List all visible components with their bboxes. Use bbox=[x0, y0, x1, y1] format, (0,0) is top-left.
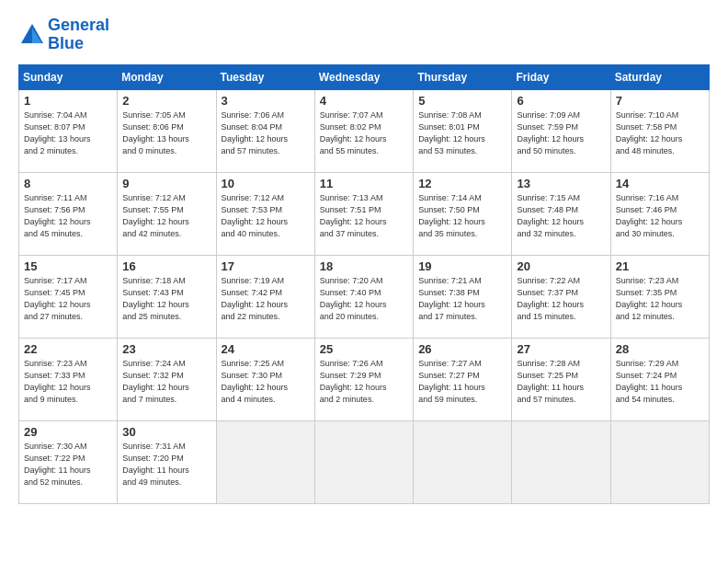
col-header-sunday: Sunday bbox=[19, 64, 118, 89]
day-number: 29 bbox=[24, 425, 113, 439]
calendar-cell: 22Sunrise: 7:23 AM Sunset: 7:33 PM Dayli… bbox=[19, 338, 118, 420]
calendar-cell: 4Sunrise: 7:07 AM Sunset: 8:02 PM Daylig… bbox=[314, 89, 413, 172]
day-info: Sunrise: 7:09 AM Sunset: 7:59 PM Dayligh… bbox=[517, 109, 606, 157]
day-info: Sunrise: 7:23 AM Sunset: 7:35 PM Dayligh… bbox=[616, 275, 705, 323]
calendar-cell: 16Sunrise: 7:18 AM Sunset: 7:43 PM Dayli… bbox=[118, 255, 216, 338]
day-number: 10 bbox=[222, 177, 311, 190]
calendar-cell: 15Sunrise: 7:17 AM Sunset: 7:45 PM Dayli… bbox=[19, 255, 118, 338]
day-info: Sunrise: 7:25 AM Sunset: 7:30 PM Dayligh… bbox=[222, 358, 311, 406]
col-header-thursday: Thursday bbox=[414, 64, 512, 89]
calendar-cell: 24Sunrise: 7:25 AM Sunset: 7:30 PM Dayli… bbox=[216, 338, 314, 420]
day-number: 13 bbox=[517, 177, 606, 190]
day-number: 8 bbox=[24, 177, 113, 190]
day-info: Sunrise: 7:10 AM Sunset: 7:58 PM Dayligh… bbox=[616, 109, 705, 157]
calendar-cell: 26Sunrise: 7:27 AM Sunset: 7:27 PM Dayli… bbox=[414, 338, 512, 420]
day-info: Sunrise: 7:30 AM Sunset: 7:22 PM Dayligh… bbox=[24, 441, 113, 488]
day-number: 18 bbox=[320, 259, 409, 273]
calendar-cell: 17Sunrise: 7:19 AM Sunset: 7:42 PM Dayli… bbox=[216, 255, 314, 338]
day-number: 25 bbox=[320, 342, 409, 356]
calendar-cell: 30Sunrise: 7:31 AM Sunset: 7:20 PM Dayli… bbox=[118, 420, 216, 503]
week-row-5: 29Sunrise: 7:30 AM Sunset: 7:22 PM Dayli… bbox=[19, 420, 710, 503]
day-info: Sunrise: 7:16 AM Sunset: 7:46 PM Dayligh… bbox=[616, 192, 705, 240]
day-number: 7 bbox=[616, 94, 705, 108]
day-info: Sunrise: 7:04 AM Sunset: 8:07 PM Dayligh… bbox=[24, 109, 113, 157]
day-number: 24 bbox=[222, 342, 311, 356]
week-row-3: 15Sunrise: 7:17 AM Sunset: 7:45 PM Dayli… bbox=[19, 255, 710, 338]
day-number: 11 bbox=[320, 177, 409, 190]
calendar-cell: 7Sunrise: 7:10 AM Sunset: 7:58 PM Daylig… bbox=[610, 89, 709, 172]
day-number: 14 bbox=[616, 177, 705, 190]
day-number: 2 bbox=[122, 94, 211, 108]
calendar-cell bbox=[216, 420, 314, 503]
day-info: Sunrise: 7:18 AM Sunset: 7:43 PM Dayligh… bbox=[122, 275, 211, 323]
day-number: 12 bbox=[418, 177, 507, 190]
logo-text: General Blue bbox=[48, 17, 109, 53]
week-row-2: 8Sunrise: 7:11 AM Sunset: 7:56 PM Daylig… bbox=[19, 172, 710, 255]
calendar-header-row: SundayMondayTuesdayWednesdayThursdayFrid… bbox=[19, 64, 710, 89]
calendar-cell: 19Sunrise: 7:21 AM Sunset: 7:38 PM Dayli… bbox=[414, 255, 512, 338]
day-info: Sunrise: 7:23 AM Sunset: 7:33 PM Dayligh… bbox=[24, 358, 113, 406]
day-info: Sunrise: 7:19 AM Sunset: 7:42 PM Dayligh… bbox=[222, 275, 311, 323]
day-number: 5 bbox=[418, 94, 507, 108]
day-info: Sunrise: 7:05 AM Sunset: 8:06 PM Dayligh… bbox=[122, 109, 211, 157]
day-info: Sunrise: 7:22 AM Sunset: 7:37 PM Dayligh… bbox=[517, 275, 606, 323]
calendar-cell: 8Sunrise: 7:11 AM Sunset: 7:56 PM Daylig… bbox=[19, 172, 118, 255]
day-number: 15 bbox=[24, 259, 113, 273]
day-number: 27 bbox=[517, 342, 606, 356]
day-info: Sunrise: 7:31 AM Sunset: 7:20 PM Dayligh… bbox=[122, 441, 211, 488]
day-number: 16 bbox=[122, 259, 211, 273]
calendar-table: SundayMondayTuesdayWednesdayThursdayFrid… bbox=[18, 64, 710, 504]
calendar-cell bbox=[610, 420, 709, 503]
day-number: 1 bbox=[24, 94, 113, 108]
day-info: Sunrise: 7:24 AM Sunset: 7:32 PM Dayligh… bbox=[122, 358, 211, 406]
day-number: 17 bbox=[222, 259, 311, 273]
calendar-cell bbox=[414, 420, 512, 503]
day-info: Sunrise: 7:08 AM Sunset: 8:01 PM Dayligh… bbox=[418, 109, 507, 157]
calendar-cell: 5Sunrise: 7:08 AM Sunset: 8:01 PM Daylig… bbox=[414, 89, 512, 172]
calendar-cell: 25Sunrise: 7:26 AM Sunset: 7:29 PM Dayli… bbox=[314, 338, 413, 420]
calendar-cell: 12Sunrise: 7:14 AM Sunset: 7:50 PM Dayli… bbox=[414, 172, 512, 255]
day-info: Sunrise: 7:06 AM Sunset: 8:04 PM Dayligh… bbox=[222, 109, 311, 157]
col-header-friday: Friday bbox=[512, 64, 610, 89]
calendar-cell: 14Sunrise: 7:16 AM Sunset: 7:46 PM Dayli… bbox=[610, 172, 709, 255]
calendar-cell bbox=[314, 420, 413, 503]
calendar-cell: 20Sunrise: 7:22 AM Sunset: 7:37 PM Dayli… bbox=[512, 255, 610, 338]
day-number: 30 bbox=[122, 425, 211, 439]
day-number: 23 bbox=[122, 342, 211, 356]
calendar-cell: 6Sunrise: 7:09 AM Sunset: 7:59 PM Daylig… bbox=[512, 89, 610, 172]
calendar-cell: 29Sunrise: 7:30 AM Sunset: 7:22 PM Dayli… bbox=[19, 420, 118, 503]
col-header-monday: Monday bbox=[118, 64, 216, 89]
calendar-cell: 1Sunrise: 7:04 AM Sunset: 8:07 PM Daylig… bbox=[19, 89, 118, 172]
week-row-1: 1Sunrise: 7:04 AM Sunset: 8:07 PM Daylig… bbox=[19, 89, 710, 172]
day-number: 26 bbox=[418, 342, 507, 356]
calendar-cell: 10Sunrise: 7:12 AM Sunset: 7:53 PM Dayli… bbox=[216, 172, 314, 255]
day-number: 4 bbox=[320, 94, 409, 108]
day-info: Sunrise: 7:15 AM Sunset: 7:48 PM Dayligh… bbox=[517, 192, 606, 240]
day-number: 19 bbox=[418, 259, 507, 273]
day-number: 20 bbox=[517, 259, 606, 273]
day-number: 28 bbox=[616, 342, 705, 356]
day-info: Sunrise: 7:17 AM Sunset: 7:45 PM Dayligh… bbox=[24, 275, 113, 323]
calendar-cell: 3Sunrise: 7:06 AM Sunset: 8:04 PM Daylig… bbox=[216, 89, 314, 172]
calendar-cell: 21Sunrise: 7:23 AM Sunset: 7:35 PM Dayli… bbox=[610, 255, 709, 338]
calendar-cell: 23Sunrise: 7:24 AM Sunset: 7:32 PM Dayli… bbox=[118, 338, 216, 420]
day-info: Sunrise: 7:13 AM Sunset: 7:51 PM Dayligh… bbox=[320, 192, 409, 240]
day-info: Sunrise: 7:29 AM Sunset: 7:24 PM Dayligh… bbox=[616, 358, 705, 406]
day-info: Sunrise: 7:26 AM Sunset: 7:29 PM Dayligh… bbox=[320, 358, 409, 406]
calendar-cell bbox=[512, 420, 610, 503]
calendar-cell: 13Sunrise: 7:15 AM Sunset: 7:48 PM Dayli… bbox=[512, 172, 610, 255]
calendar-cell: 28Sunrise: 7:29 AM Sunset: 7:24 PM Dayli… bbox=[610, 338, 709, 420]
page: General Blue SundayMondayTuesdayWednesda… bbox=[0, 0, 728, 513]
calendar-cell: 9Sunrise: 7:12 AM Sunset: 7:55 PM Daylig… bbox=[118, 172, 216, 255]
col-header-saturday: Saturday bbox=[610, 64, 709, 89]
day-number: 6 bbox=[517, 94, 606, 108]
logo: General Blue bbox=[18, 17, 109, 53]
day-info: Sunrise: 7:28 AM Sunset: 7:25 PM Dayligh… bbox=[517, 358, 606, 406]
day-number: 21 bbox=[616, 259, 705, 273]
day-number: 22 bbox=[24, 342, 113, 356]
day-info: Sunrise: 7:12 AM Sunset: 7:55 PM Dayligh… bbox=[122, 192, 211, 240]
day-info: Sunrise: 7:11 AM Sunset: 7:56 PM Dayligh… bbox=[24, 192, 113, 240]
day-info: Sunrise: 7:20 AM Sunset: 7:40 PM Dayligh… bbox=[320, 275, 409, 323]
day-number: 3 bbox=[222, 94, 311, 108]
col-header-wednesday: Wednesday bbox=[314, 64, 413, 89]
